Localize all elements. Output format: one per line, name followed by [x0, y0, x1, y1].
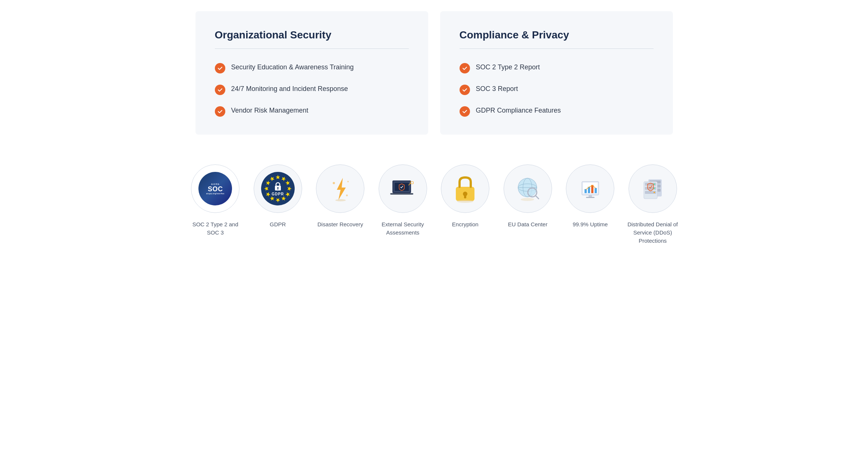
svg-marker-7	[269, 196, 275, 202]
check-icon	[215, 106, 225, 117]
list-item: 24/7 Monitoring and Incident Response	[215, 84, 409, 95]
svg-point-16	[333, 182, 335, 184]
icon-item-gdpr: GDPR GDPR	[247, 164, 309, 229]
soc-label: SOC 2 Type 2 and SOC 3	[188, 220, 243, 237]
svg-point-35	[529, 189, 536, 196]
svg-marker-11	[269, 176, 275, 182]
compliance-card: Compliance & Privacy SOC 2 Type 2 Report	[440, 11, 673, 135]
list-item: Vendor Risk Management	[215, 106, 409, 117]
svg-marker-6	[276, 198, 280, 203]
svg-point-29	[457, 200, 473, 203]
icon-item-ddos: Distributed Denial of Service (DDoS) Pro…	[621, 164, 684, 245]
globe-icon	[514, 175, 542, 203]
soc-icon-circle: AICPA SOC aicpa.org/soc4so	[191, 164, 239, 213]
eu-data-center-label: EU Data Center	[508, 220, 548, 229]
svg-point-19	[335, 199, 346, 201]
ddos-icon-circle	[629, 164, 677, 213]
svg-marker-3	[287, 186, 292, 191]
icon-item-encryption: Encryption	[434, 164, 497, 229]
compliance-items: SOC 2 Type 2 Report SOC 3 Report	[460, 62, 654, 117]
icons-row: AICPA SOC aicpa.org/soc4so SOC 2 Type 2 …	[173, 164, 695, 245]
svg-marker-1	[281, 176, 286, 182]
svg-point-13	[277, 187, 279, 189]
main-container: Organizational Security Security Educati…	[173, 11, 695, 245]
org-security-divider	[215, 48, 409, 49]
encryption-icon-circle	[441, 164, 489, 213]
gdpr-label: GDPR	[270, 220, 286, 229]
svg-line-36	[536, 196, 539, 199]
svg-marker-9	[264, 186, 269, 191]
uptime-label: 99.9% Uptime	[573, 220, 608, 229]
list-item: GDPR Compliance Features	[460, 106, 654, 117]
disaster-recovery-icon-circle	[316, 164, 364, 213]
icon-item-soc: AICPA SOC aicpa.org/soc4so SOC 2 Type 2 …	[184, 164, 247, 237]
svg-rect-43	[595, 188, 597, 193]
lightning-icon	[326, 175, 354, 203]
gdpr-badge: GDPR	[261, 172, 295, 205]
icon-item-uptime: 99.9% Uptime	[559, 164, 622, 229]
uptime-icon-circle	[566, 164, 614, 213]
item-text: GDPR Compliance Features	[476, 106, 561, 116]
padlock-icon	[452, 174, 478, 204]
external-security-label: External Security Assessments	[375, 220, 430, 237]
svg-point-37	[521, 198, 534, 201]
disaster-recovery-label: Disaster Recovery	[317, 220, 363, 229]
check-icon	[460, 85, 470, 95]
list-item: SOC 3 Report	[460, 84, 654, 95]
org-security-items: Security Education & Awareness Training …	[215, 62, 409, 117]
item-text: Vendor Risk Management	[231, 106, 308, 116]
svg-rect-44	[589, 195, 592, 197]
soc-badge: AICPA SOC aicpa.org/soc4so	[198, 172, 232, 205]
svg-marker-10	[265, 180, 271, 186]
svg-marker-0	[276, 175, 280, 179]
icon-item-eu-data-center: EU Data Center	[496, 164, 559, 229]
external-security-icon-circle	[379, 164, 427, 213]
item-text: SOC 2 Type 2 Report	[476, 62, 540, 72]
svg-marker-8	[265, 192, 271, 198]
svg-rect-45	[586, 197, 595, 198]
svg-marker-4	[285, 192, 291, 198]
eu-data-center-icon-circle	[504, 164, 552, 213]
chart-icon	[576, 175, 604, 203]
cards-row: Organizational Security Security Educati…	[173, 11, 695, 135]
gdpr-icon-circle: GDPR	[254, 164, 302, 213]
item-text: SOC 3 Report	[476, 84, 518, 94]
check-icon	[215, 63, 225, 73]
icon-item-external-security: External Security Assessments	[372, 164, 434, 237]
svg-marker-5	[281, 196, 286, 202]
check-icon	[215, 85, 225, 95]
item-text: Security Education & Awareness Training	[231, 62, 354, 72]
list-item: Security Education & Awareness Training	[215, 62, 409, 73]
svg-rect-28	[464, 195, 466, 198]
item-text: 24/7 Monitoring and Incident Response	[231, 84, 348, 94]
org-security-card: Organizational Security Security Educati…	[195, 11, 428, 135]
encryption-label: Encryption	[452, 220, 479, 229]
svg-point-18	[346, 194, 348, 196]
laptop-shield-icon	[388, 175, 418, 203]
check-icon	[460, 106, 470, 117]
svg-marker-15	[337, 178, 346, 200]
svg-point-17	[347, 181, 349, 182]
svg-point-56	[654, 192, 655, 193]
compliance-divider	[460, 48, 654, 49]
svg-marker-2	[285, 180, 291, 186]
svg-rect-23	[390, 193, 413, 195]
ddos-label: Distributed Denial of Service (DDoS) Pro…	[625, 220, 680, 245]
compliance-title: Compliance & Privacy	[460, 29, 654, 41]
shield-servers-icon	[638, 175, 668, 203]
list-item: SOC 2 Type 2 Report	[460, 62, 654, 73]
icon-item-disaster-recovery: Disaster Recovery	[309, 164, 372, 229]
check-icon	[460, 63, 470, 73]
org-security-title: Organizational Security	[215, 29, 409, 41]
